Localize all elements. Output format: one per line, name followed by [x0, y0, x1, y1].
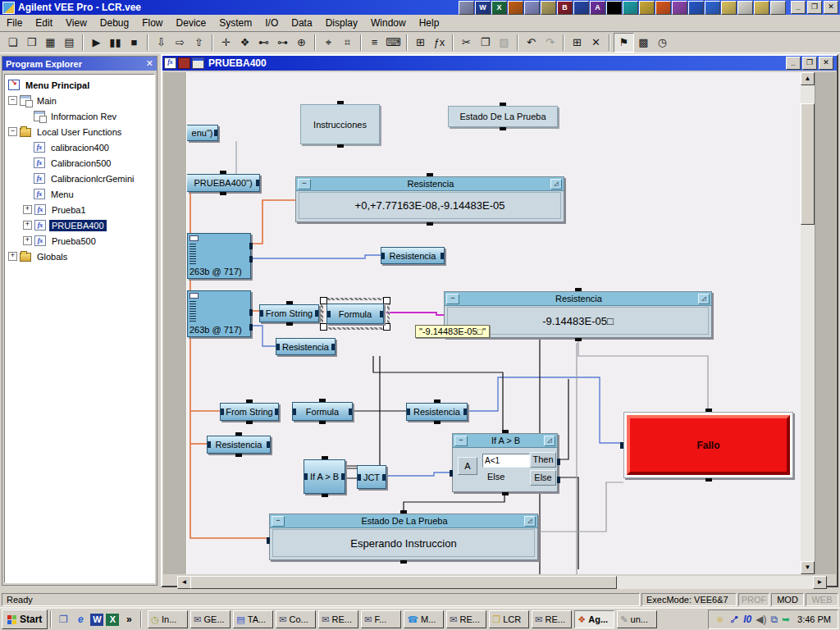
- panel-close-icon[interactable]: ✕: [146, 58, 153, 69]
- io-icon[interactable]: I0: [743, 614, 751, 624]
- step-out-icon[interactable]: ⇧: [189, 34, 208, 52]
- tree-item-calibracion400[interactable]: fxcalibracion400: [5, 139, 154, 155]
- schedule-icon[interactable]: [508, 1, 523, 15]
- shortcut-bar-icon[interactable]: [459, 1, 474, 15]
- task-ge[interactable]: ✉GE...: [190, 610, 231, 628]
- word-icon[interactable]: W: [475, 1, 491, 15]
- tree-item-main[interactable]: −Main: [5, 93, 154, 108]
- scroll-left-icon[interactable]: ◄: [177, 576, 191, 589]
- menu-system[interactable]: System: [212, 16, 258, 30]
- expander-plus-icon[interactable]: +: [8, 252, 17, 261]
- tree-item-globals[interactable]: +Globals: [5, 249, 154, 264]
- block-formula-1[interactable]: Formula: [326, 304, 384, 324]
- vertical-scrollbar[interactable]: ▲ ▼: [801, 72, 815, 574]
- add-terminal-icon[interactable]: ⊞: [568, 34, 587, 52]
- media-icon[interactable]: [623, 1, 638, 15]
- binder-icon[interactable]: [524, 1, 540, 15]
- expander-minus-icon[interactable]: −: [8, 96, 17, 105]
- block-minimize-button[interactable]: −: [446, 294, 459, 304]
- task-ag[interactable]: ❖Ag...: [574, 610, 614, 628]
- menu-edit[interactable]: Edit: [29, 16, 59, 30]
- tree-item-local-user-functions[interactable]: −Local User Functions: [5, 124, 154, 139]
- block-resize-handle[interactable]: ◿: [698, 294, 710, 304]
- block-resistencia-label-3[interactable]: Resistencia: [406, 403, 468, 421]
- paste-icon[interactable]: ▨: [495, 34, 514, 52]
- block-estado-top[interactable]: Estado De La Prueba: [448, 106, 558, 127]
- block-resistencia-label-4[interactable]: Resistencia: [207, 436, 271, 454]
- task-un[interactable]: ✎un...: [617, 610, 657, 628]
- block-resize-handle[interactable]: ◿: [524, 516, 536, 527]
- pause-icon[interactable]: ▮▮: [106, 34, 125, 52]
- task-re[interactable]: ✉RE...: [318, 610, 358, 628]
- menu-data[interactable]: Data: [285, 16, 318, 30]
- properties-icon[interactable]: ≡: [365, 34, 384, 52]
- scroll-right-icon[interactable]: ►: [813, 576, 827, 589]
- step-over-icon[interactable]: ⇨: [171, 34, 189, 52]
- runner-icon[interactable]: [672, 1, 687, 15]
- copy-icon[interactable]: ❐: [476, 34, 495, 52]
- selection-handle[interactable]: [383, 323, 390, 331]
- block-estado-expanded[interactable]: −Estado De La Prueba◿ Esperando Instrucc…: [269, 514, 538, 560]
- mdi-titlebar[interactable]: fx PRUEBA400 _ ❐ ✕: [162, 56, 837, 71]
- block-from-string-1[interactable]: From String: [259, 304, 319, 322]
- expander-plus-icon[interactable]: +: [23, 236, 32, 245]
- connect-icon[interactable]: ⊶: [273, 34, 292, 52]
- fallo-indicator[interactable]: Fallo: [627, 415, 790, 475]
- block-titlebar[interactable]: −If A > B◿: [453, 434, 557, 448]
- cut-icon[interactable]: ✂: [457, 34, 476, 52]
- task-f[interactable]: ✉F...: [361, 610, 401, 628]
- task-re[interactable]: ✉RE...: [532, 610, 572, 628]
- dialer-key-icon[interactable]: ⊶: [728, 613, 742, 627]
- agent-icon[interactable]: ➥: [782, 614, 790, 624]
- block-from-string-2[interactable]: From String: [220, 403, 279, 421]
- block-minimize-button[interactable]: −: [454, 436, 468, 446]
- separator-icon[interactable]: [606, 1, 622, 15]
- function-icon[interactable]: ƒx: [430, 34, 449, 52]
- horizontal-scroll-thumb[interactable]: [190, 576, 617, 589]
- block-instrument-4263b-2[interactable]: 263b @ 717): [187, 290, 251, 337]
- menu-display[interactable]: Display: [319, 16, 364, 30]
- minimize-button[interactable]: _: [791, 1, 806, 14]
- tree-item-calibracion500[interactable]: fxCalibracion500: [5, 155, 154, 171]
- step-into-icon[interactable]: ⇩: [152, 34, 171, 52]
- tree-item-prueba1[interactable]: +fxPrueba1: [5, 202, 154, 217]
- tree-item-calibracionlcrgemini[interactable]: fxCalibracionlcrGemini: [5, 171, 154, 186]
- if-input-terminal[interactable]: A: [458, 457, 477, 475]
- object-properties-icon[interactable]: ▩: [634, 34, 653, 52]
- selection-handle[interactable]: [383, 297, 390, 304]
- keyboard-icon[interactable]: ⌨: [384, 34, 403, 52]
- block-formula-2[interactable]: Formula: [292, 402, 353, 421]
- block-minimize-button[interactable]: −: [298, 179, 311, 189]
- tree-item-menu[interactable]: fxMenu: [5, 186, 154, 202]
- pan-icon[interactable]: ✛: [217, 34, 235, 52]
- block-formula-1-selected[interactable]: Formula: [321, 298, 390, 330]
- if-condition-field[interactable]: A<1: [482, 454, 530, 468]
- globe-icon[interactable]: [688, 1, 704, 15]
- mdi-restore-button[interactable]: ❐: [802, 57, 817, 70]
- document-2-icon[interactable]: [770, 1, 786, 15]
- find-icon[interactable]: ⌖: [319, 34, 338, 52]
- block-resistencia-label-2[interactable]: Resistencia: [276, 338, 336, 355]
- selection-handle[interactable]: [320, 323, 327, 331]
- menu-flow[interactable]: Flow: [135, 16, 169, 30]
- tree-item-informacion-rev[interactable]: Informacion Rev: [5, 108, 154, 124]
- document-1-icon[interactable]: [737, 1, 753, 15]
- vertical-scroll-thumb[interactable]: [801, 103, 815, 225]
- chart-icon[interactable]: [573, 1, 589, 15]
- restore-button[interactable]: ❐: [807, 1, 822, 14]
- task-ta[interactable]: ▤TA...: [233, 610, 273, 628]
- block-instrument-4263b-1[interactable]: 263b @ 717): [187, 233, 251, 279]
- menu-i-o[interactable]: I/O: [258, 16, 285, 30]
- access-icon[interactable]: B: [557, 1, 573, 15]
- block-resize-handle[interactable]: ◿: [544, 436, 555, 446]
- scroll-up-icon[interactable]: ▲: [801, 72, 815, 85]
- network-icon[interactable]: ⧉: [770, 614, 778, 624]
- vee-canvas[interactable]: enu") Instrucciones Estado De La Prueba …: [163, 72, 836, 574]
- if-else-terminal[interactable]: Else: [530, 470, 556, 486]
- word-icon[interactable]: W: [90, 614, 103, 626]
- panel-view-icon[interactable]: ⚑: [614, 33, 634, 52]
- menu-device[interactable]: Device: [170, 16, 213, 30]
- tree-item-prueba500[interactable]: +fxPrueba500: [5, 233, 154, 249]
- block-resize-handle[interactable]: ◿: [550, 179, 562, 189]
- if-then-terminal[interactable]: Then: [530, 452, 556, 468]
